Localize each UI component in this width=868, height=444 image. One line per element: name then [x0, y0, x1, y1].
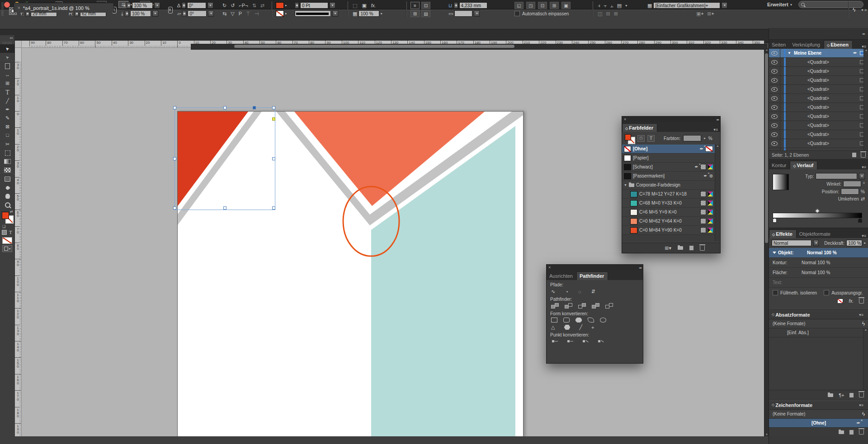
- distribute-right-icon[interactable]: ⊞: [614, 11, 618, 17]
- swatch-view-icon[interactable]: ⊞▾: [665, 245, 671, 251]
- distribute-left-icon[interactable]: ◫: [598, 11, 602, 17]
- new-color-group-icon[interactable]: [678, 246, 683, 250]
- textwrap-none-icon[interactable]: ≡: [410, 2, 420, 9]
- formatting-affects-container-icon[interactable]: □: [637, 135, 645, 142]
- paragraph-styles-scrollbar[interactable]: ▲: [863, 328, 868, 390]
- formatting-affects-container-icon[interactable]: [2, 230, 7, 235]
- stroke-weight-dropdown[interactable]: ▾: [330, 2, 335, 9]
- layer-expander-icon[interactable]: ▼: [788, 51, 791, 55]
- content-collector-tool[interactable]: ⊞: [0, 79, 15, 88]
- swap-fill-stroke-icon[interactable]: ⇄: [10, 210, 13, 214]
- stroke-style-dropdown[interactable]: ▾: [332, 10, 338, 17]
- style-group-icon[interactable]: [828, 393, 833, 397]
- formatting-affects-text-icon[interactable]: T: [647, 135, 655, 142]
- exclude-overlap-icon[interactable]: [592, 303, 599, 309]
- distribute-center-icon[interactable]: ⊟: [606, 11, 610, 17]
- new-style-icon[interactable]: [849, 393, 854, 397]
- zeichenformate-menu[interactable]: ▾≡: [857, 403, 866, 407]
- layer-object-row[interactable]: <Quadrat>: [769, 85, 868, 94]
- corner-radius-field[interactable]: 4,233 mm: [459, 2, 487, 9]
- tint-field[interactable]: [683, 135, 701, 141]
- C=6 M=5 Y=9 K=0[interactable]: ▼ C=6 M=5 Y=9 K=0 ⊕: [622, 208, 715, 217]
- fill-color-swatch[interactable]: [276, 2, 284, 9]
- layer-object-row[interactable]: <Quadrat>: [769, 121, 868, 130]
- align-right-icon[interactable]: ⫠: [610, 3, 613, 9]
- swatches-scrollbar[interactable]: ▲: [715, 145, 720, 241]
- join-path-icon[interactable]: ∿: [551, 289, 555, 294]
- handle-top-left[interactable]: [173, 106, 176, 109]
- character-style-row[interactable]: [Ohne]: [769, 419, 868, 428]
- align-left-icon[interactable]: ⫞: [598, 3, 600, 9]
- type-tool[interactable]: T: [0, 88, 15, 97]
- apply-none-button[interactable]: [2, 237, 12, 244]
- quick-apply-icon[interactable]: ϟ: [862, 411, 865, 417]
- object-visibility-toggle[interactable]: [769, 103, 780, 112]
- layer-row-meine-ebene[interactable]: ▼ Meine Ebene ✒: [769, 49, 868, 58]
- effects-target-row[interactable]: Fläche: Normal 100 %: [769, 268, 868, 278]
- C=0 M=62 Y=64 K=0[interactable]: ▼ C=0 M=62 Y=64 K=0 ⊕: [622, 217, 715, 226]
- gap-tool[interactable]: ↔: [0, 70, 15, 79]
- layer-object-row[interactable]: <Quadrat>: [769, 139, 868, 148]
- tab-objektformate[interactable]: Objektformate: [797, 230, 834, 238]
- effects-target-row[interactable]: Kontur: Normal 100 %: [769, 258, 868, 268]
- rotate-ccw-icon[interactable]: ↺: [231, 3, 235, 9]
- clear-overrides-icon[interactable]: ▣+: [696, 11, 703, 17]
- Corporate-Farbdesign[interactable]: ▼ Corporate-Farbdesign ⊕: [622, 181, 715, 190]
- gradient-ramp[interactable]: [773, 213, 862, 218]
- panel-drag-handle[interactable]: [1, 3, 4, 16]
- clear-effects-icon[interactable]: [837, 299, 843, 304]
- folder-expander-icon[interactable]: ▼: [624, 183, 627, 187]
- dock-collapse-icon[interactable]: ▸▸: [863, 32, 865, 35]
- constrain-scale-link-icon[interactable]: [168, 6, 173, 14]
- tab-kontur[interactable]: Kontur: [769, 161, 790, 169]
- handle-middle-right[interactable]: [272, 157, 275, 160]
- delete-effect-icon[interactable]: [859, 299, 864, 304]
- rotation-field[interactable]: 0°: [187, 2, 206, 9]
- corner-point-icon[interactable]: [566, 339, 574, 344]
- flip-horizontal-icon[interactable]: ⇆: [222, 11, 226, 17]
- shear-dropdown[interactable]: ▾: [208, 10, 214, 17]
- rotate-90-icon[interactable]: ⌐P¬: [239, 3, 248, 8]
- distribute-vertical-icon[interactable]: ⊤: [246, 11, 250, 17]
- scale-y-stepper[interactable]: [125, 10, 129, 17]
- quick-apply-icon[interactable]: ϟ: [853, 7, 855, 13]
- fill-color-arrow[interactable]: ▸: [285, 4, 287, 7]
- scroll-down-icon[interactable]: ▼: [765, 433, 769, 436]
- tab-verlauf[interactable]: ◇Verlauf: [790, 161, 817, 169]
- corner-shape-field[interactable]: [454, 10, 472, 17]
- gradient-position-field[interactable]: [841, 188, 859, 195]
- new-swatch-icon[interactable]: [689, 246, 693, 250]
- tab-pathfinder[interactable]: Pathfinder: [576, 271, 608, 280]
- pen-tool[interactable]: ✒: [0, 105, 15, 114]
- layer-visibility-toggle[interactable]: [769, 49, 780, 57]
- formatting-affects-text-icon[interactable]: T: [9, 230, 12, 235]
- default-fill-stroke-icon[interactable]: ❏: [2, 224, 5, 229]
- drop-shadow-icon[interactable]: ⬚: [353, 3, 357, 9]
- handle-bottom-left[interactable]: [173, 206, 176, 210]
- view-mode-button[interactable]: ▾: [2, 245, 12, 252]
- center-content-icon[interactable]: ⊡: [538, 2, 547, 9]
- object-shadow-icon[interactable]: ▣: [362, 3, 366, 9]
- fit-frame-to-content-icon[interactable]: ◳: [526, 2, 535, 9]
- convert-rectangle-icon[interactable]: [551, 318, 557, 322]
- [Schwarz][interactable]: ▼ [Schwarz] ⊕: [622, 163, 715, 172]
- close-document-icon[interactable]: ×: [18, 5, 20, 10]
- convert-triangle-icon[interactable]: △: [551, 324, 555, 330]
- convert-polygon-icon[interactable]: [564, 325, 570, 330]
- layer-object-row[interactable]: <Quadrat>: [769, 112, 868, 121]
- handle-bottom-right[interactable]: [272, 206, 275, 210]
- new-style-icon[interactable]: [849, 430, 854, 435]
- add-shapes-icon[interactable]: [551, 303, 559, 309]
- farbfelder-panel-menu[interactable]: ▾≡: [711, 127, 720, 132]
- stroke-color-swatch[interactable]: [276, 10, 284, 17]
- blend-mode-field[interactable]: Normal: [772, 240, 811, 246]
- convert-rounded-rectangle-icon[interactable]: [563, 318, 570, 322]
- [Passermarken][interactable]: ▼ [Passermarken] ⊕: [622, 172, 715, 181]
- object-visibility-toggle[interactable]: [769, 130, 780, 139]
- align-center-icon[interactable]: ⫟: [604, 3, 607, 9]
- selection-tool[interactable]: ➤: [0, 44, 15, 53]
- gradient-feather-tool[interactable]: [0, 166, 15, 174]
- textwrap-jump-icon[interactable]: ▤: [421, 10, 430, 17]
- vertical-ruler[interactable]: 3020100102030405060708090100110120130140…: [15, 48, 22, 436]
- corner-shape-dropdown[interactable]: ▾: [474, 10, 480, 17]
